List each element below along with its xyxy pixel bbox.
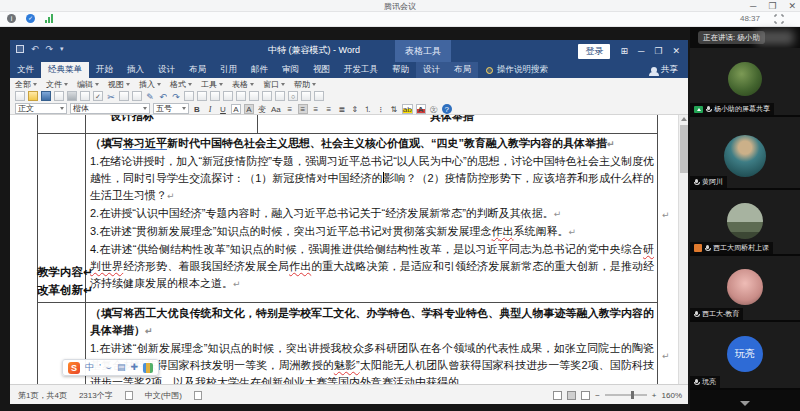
emoji-icon[interactable]: ⌣ [106,360,112,375]
ribbon-tab-引用[interactable]: 引用 [213,62,244,78]
open-folder-icon[interactable] [28,91,38,101]
change-case-icon[interactable]: Aa [270,104,282,114]
ribbon-tab-帮助[interactable]: 帮助 [385,62,416,78]
zoom-slider[interactable] [605,394,647,396]
font-color-icon[interactable]: A [416,104,426,114]
menu-视图[interactable]: 视图 [108,79,130,90]
ribbon-tab-插入[interactable]: 插入 [120,62,151,78]
zoom-percentage[interactable]: 160% [662,391,682,400]
menu-编辑[interactable]: 编辑 [77,79,99,90]
participant-tile[interactable]: 杨小助的屏幕共享 [690,48,800,117]
vertical-scrollbar[interactable] [678,115,688,384]
ribbon-tab-布局[interactable]: 布局 [447,62,478,78]
window-split-icon[interactable] [314,91,324,101]
customize-qat-icon[interactable]: ▾ [60,45,64,53]
italic-icon[interactable]: I [205,104,215,114]
style-combobox[interactable]: 正文 [15,103,67,114]
ribbon-tab-开发工具[interactable]: 开发工具 [337,62,385,78]
ribbon-tab-视图[interactable]: 视图 [306,62,337,78]
zoom-slider-thumb[interactable] [631,391,634,399]
borders-icon[interactable] [197,91,207,101]
print-preview-icon[interactable] [80,91,90,101]
scrollbar-thumb[interactable] [680,125,688,173]
phonetic-icon[interactable]: 变 [257,104,267,114]
spelling-icon[interactable]: ✓ [93,91,103,101]
align-left-icon[interactable]: ≡ [285,104,295,114]
document-canvas[interactable]: 设计指标 具体举措 教学内容↵改革创新↵ （填写将习近平新时代中国特色社会主义思… [10,115,688,384]
underline-icon[interactable]: U [218,104,228,114]
save-icon[interactable] [41,91,51,101]
read-mode-icon[interactable] [553,391,562,400]
participant-tile[interactable]: 黄阿川 [690,117,800,190]
undo-icon[interactable]: ↶ [158,91,168,101]
bold-icon[interactable]: B [192,104,202,114]
language-indicator[interactable]: 中文(中国) [145,390,182,401]
menu-表格[interactable]: 表格 [232,79,254,90]
paste-icon[interactable] [132,91,142,101]
tell-me-search[interactable]: 操作说明搜索 [478,62,556,78]
find-icon[interactable]: ○ [288,91,298,101]
line-spacing-icon[interactable]: ⇕ [350,104,360,114]
menu-全部[interactable]: 全部 [15,79,37,90]
menu-插入[interactable]: 插入 [139,79,161,90]
highlight-color-icon[interactable]: ab [402,104,413,114]
security-shield-icon[interactable]: ✓ [26,14,35,23]
web-layout-icon[interactable] [581,391,590,400]
redo-icon[interactable]: ↷ [171,91,181,101]
word-restore-icon[interactable]: ❐ [654,46,662,56]
ribbon-tab-文件[interactable]: 文件 [10,62,41,78]
numbering-icon[interactable]: ⒈ [363,104,373,114]
proofing-icon[interactable] [125,391,133,400]
table-cell-1[interactable]: （填写将习近平新时代中国特色社会主义思想、社会主义核心价值观、“四史”教育融入教… [90,135,654,293]
chinese-mode-icon[interactable]: 中 [85,360,94,375]
size-combobox[interactable]: 五号 [153,103,189,114]
meeting-info-icon[interactable]: i [7,14,16,23]
ribbon-tab-布局[interactable]: 布局 [182,62,213,78]
zoom-tool-icon[interactable] [275,91,285,101]
undo-icon[interactable]: ↶ [31,44,39,54]
menu-窗口[interactable]: 窗口 [263,79,285,90]
ribbon-tab-设计[interactable]: 设计 [151,62,182,78]
format-painter-icon[interactable]: ✎ [145,91,155,101]
skin-grid-icon[interactable] [143,363,153,373]
char-border-icon[interactable]: A [231,104,241,114]
close-icon[interactable]: ✕ [788,1,796,11]
menu-帮助[interactable]: 帮助 [294,79,316,90]
zoom-out-icon[interactable]: − [595,391,600,400]
virtual-keyboard-icon[interactable]: ▤ [117,360,126,375]
char-shading-icon[interactable]: A [244,104,254,114]
ribbon-tab-设计[interactable]: 设计 [416,62,447,78]
help-icon[interactable]: ? [442,104,452,114]
minimize-icon[interactable]: ─ [750,1,756,11]
sort-icon[interactable]: ⇅ [389,104,399,114]
zoom-in-icon[interactable]: + [652,391,657,400]
login-button[interactable]: 登录 [578,44,610,59]
bullets-icon[interactable]: ⁝ [376,104,386,114]
email-icon[interactable] [54,91,64,101]
distribute-icon[interactable]: ≣ [337,104,347,114]
font-combobox[interactable]: 楷体 [70,103,150,114]
word-minimize-icon[interactable]: ─ [638,46,644,56]
word-count[interactable]: 2313个字 [79,390,113,401]
save-icon[interactable] [16,45,24,53]
print-layout-icon[interactable] [567,391,576,400]
fullscreen-icon[interactable] [774,14,784,24]
page-indicator[interactable]: 第1页，共4页 [18,390,67,401]
print-icon[interactable] [67,91,77,101]
sogou-logo-icon[interactable]: S [68,362,80,374]
more-participants-chevron-down-icon[interactable] [740,401,750,406]
menu-格式[interactable]: 格式 [170,79,192,90]
redo-icon[interactable]: ↷ [46,44,54,54]
insert-table-icon[interactable] [210,91,220,101]
participant-tile[interactable]: 西工大-教育 [690,256,800,322]
new-document-icon[interactable] [15,91,25,101]
share-button[interactable]: 共享 [641,62,688,78]
maximize-icon[interactable]: ❐ [768,1,776,11]
toolbox-icon[interactable]: ✚ [130,360,138,375]
ribbon-tab-审阅[interactable]: 审阅 [275,62,306,78]
tables-grid-icon[interactable] [301,91,311,101]
copy-icon[interactable] [119,91,129,101]
justify-icon[interactable]: ≡ [324,104,334,114]
align-right-icon[interactable]: ≡ [311,104,321,114]
table-cell-2[interactable]: （填写将西工大优良传统和文化，特别是学校军工文化、办学特色、学科专业特色、典型人… [90,305,654,384]
